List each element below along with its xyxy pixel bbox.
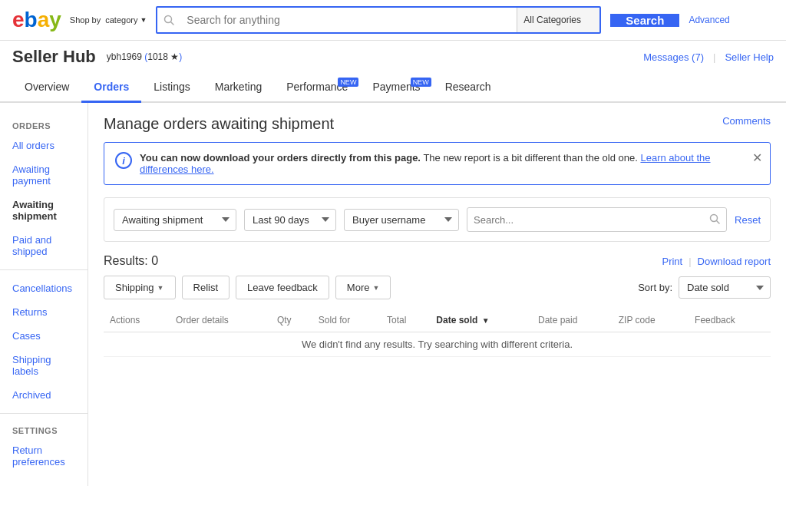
info-icon: i bbox=[115, 152, 132, 169]
nav-tabs: Overview Orders Listings Marketing Perfo… bbox=[0, 73, 786, 103]
messages-link[interactable]: Messages (7) bbox=[643, 51, 704, 63]
status-filter[interactable]: Awaiting shipmentAll ordersAwaiting paym… bbox=[114, 209, 236, 231]
seller-help-link[interactable]: Seller Help bbox=[725, 51, 774, 63]
advanced-link[interactable]: Advanced bbox=[689, 15, 729, 25]
col-order-details: Order details bbox=[170, 309, 271, 332]
sidebar-item-awaiting-shipment[interactable]: Awaiting shipment bbox=[0, 193, 88, 228]
search-input[interactable] bbox=[180, 8, 517, 32]
table-header-row: Actions Order details Qty Sold for Total… bbox=[104, 309, 771, 332]
col-qty: Qty bbox=[271, 309, 312, 332]
shipping-button[interactable]: Shipping ▼ bbox=[104, 276, 176, 299]
ebay-logo: e b a y bbox=[12, 9, 61, 31]
col-date-sold[interactable]: Date sold ▼ bbox=[430, 309, 532, 332]
settings-section-label: SETTINGS bbox=[0, 420, 88, 438]
info-close-icon[interactable]: ✕ bbox=[752, 150, 762, 165]
comments-link[interactable]: Comments bbox=[722, 115, 771, 127]
sidebar-item-cases[interactable]: Cases bbox=[0, 324, 88, 348]
tab-overview[interactable]: Overview bbox=[12, 73, 81, 103]
content-header: Manage orders awaiting shipment Comments bbox=[104, 115, 771, 133]
category-select[interactable]: All CategoriesElectronicsClothingBooksCo… bbox=[517, 8, 599, 32]
relist-button[interactable]: Relist bbox=[182, 276, 230, 299]
header: e b a y Shop by category ▼ All Categorie… bbox=[0, 0, 786, 41]
print-link[interactable]: Print bbox=[662, 256, 682, 267]
sidebar-item-awaiting-payment[interactable]: Awaiting payment bbox=[0, 157, 88, 193]
header-links: Messages (7) | Seller Help bbox=[643, 51, 774, 63]
filters-row: Awaiting shipmentAll ordersAwaiting paym… bbox=[104, 197, 771, 242]
no-results-row: We didn't find any results. Try searchin… bbox=[104, 332, 771, 357]
svg-line-1 bbox=[171, 22, 174, 25]
no-results-message: We didn't find any results. Try searchin… bbox=[104, 332, 771, 357]
search-bar: All CategoriesElectronicsClothingBooksCo… bbox=[156, 6, 601, 34]
logo-e: e bbox=[12, 9, 24, 31]
orders-section-label: ORDERS bbox=[0, 115, 88, 134]
tab-performance[interactable]: Performance NEW bbox=[274, 73, 360, 103]
info-banner: i You can now download your orders direc… bbox=[104, 142, 771, 185]
logo-a: a bbox=[38, 9, 49, 31]
sort-select[interactable]: Date soldTotalQty bbox=[679, 276, 771, 299]
tab-payments[interactable]: Payments NEW bbox=[360, 73, 432, 103]
page-title: Manage orders awaiting shipment bbox=[104, 115, 334, 133]
sidebar-item-return-preferences[interactable]: Return preferences bbox=[0, 438, 88, 474]
performance-badge: NEW bbox=[338, 78, 358, 87]
seller-username[interactable]: ybh1969 (1018 ★) bbox=[107, 51, 182, 62]
date-filter[interactable]: Last 90 daysLast 30 daysLast 7 daysCusto… bbox=[244, 209, 336, 231]
date-sold-sort-icon: ▼ bbox=[482, 316, 490, 325]
results-count: Results: 0 bbox=[104, 254, 158, 268]
filter-search-input[interactable] bbox=[474, 214, 709, 226]
seller-hub-title: Seller Hub bbox=[12, 47, 96, 67]
results-actions: Print | Download report bbox=[662, 256, 771, 267]
col-total: Total bbox=[381, 309, 430, 332]
more-button[interactable]: More ▼ bbox=[335, 276, 391, 299]
sidebar: ORDERS All orders Awaiting payment Await… bbox=[0, 103, 88, 486]
sidebar-item-archived[interactable]: Archived bbox=[0, 383, 88, 407]
sidebar-divider-2 bbox=[0, 413, 88, 414]
sidebar-item-all-orders[interactable]: All orders bbox=[0, 134, 88, 157]
tab-research[interactable]: Research bbox=[433, 73, 504, 103]
seller-star-icon: ★ bbox=[170, 51, 179, 62]
payments-badge: NEW bbox=[411, 78, 431, 87]
logo-b: b bbox=[25, 9, 37, 31]
svg-line-3 bbox=[717, 220, 720, 223]
content-area: Manage orders awaiting shipment Comments… bbox=[88, 103, 786, 486]
col-actions: Actions bbox=[104, 309, 170, 332]
sidebar-divider-1 bbox=[0, 269, 88, 270]
reset-button[interactable]: Reset bbox=[735, 214, 761, 226]
col-feedback: Feedback bbox=[689, 309, 771, 332]
orders-table: Actions Order details Qty Sold for Total… bbox=[104, 309, 771, 357]
results-bar: Results: 0 Print | Download report bbox=[104, 254, 771, 268]
sidebar-item-shipping-labels[interactable]: Shipping labels bbox=[0, 348, 88, 383]
sidebar-item-cancellations[interactable]: Cancellations bbox=[0, 276, 88, 300]
info-banner-text: You can now download your orders directl… bbox=[140, 152, 759, 175]
download-report-link[interactable]: Download report bbox=[698, 256, 771, 267]
shop-by-caret-icon: ▼ bbox=[140, 16, 147, 24]
sort-by: Sort by: Date soldTotalQty bbox=[638, 276, 771, 299]
col-sold-for: Sold for bbox=[312, 309, 381, 332]
main-layout: ORDERS All orders Awaiting payment Await… bbox=[0, 103, 786, 486]
header-divider: | bbox=[713, 51, 715, 63]
search-button[interactable]: Search bbox=[610, 14, 679, 27]
col-date-paid: Date paid bbox=[532, 309, 613, 332]
tab-listings[interactable]: Listings bbox=[141, 73, 202, 103]
logo-y: y bbox=[49, 9, 61, 31]
sidebar-item-returns[interactable]: Returns bbox=[0, 300, 88, 324]
shop-by-category[interactable]: Shop by category ▼ bbox=[70, 15, 147, 25]
tab-orders[interactable]: Orders bbox=[81, 73, 141, 103]
search-filter bbox=[467, 207, 727, 232]
buyer-filter[interactable]: Buyer usernameItem numberTransaction ID bbox=[344, 209, 459, 231]
filter-search-icon[interactable] bbox=[709, 213, 720, 226]
shipping-caret-icon: ▼ bbox=[157, 284, 164, 292]
more-caret-icon: ▼ bbox=[372, 284, 379, 292]
results-divider: | bbox=[689, 256, 691, 267]
col-zip: ZIP code bbox=[613, 309, 689, 332]
search-bar-icon bbox=[157, 8, 180, 32]
leave-feedback-button[interactable]: Leave feedback bbox=[236, 276, 329, 299]
seller-hub-bar: Seller Hub ybh1969 (1018 ★) Messages (7)… bbox=[0, 41, 786, 73]
tab-marketing[interactable]: Marketing bbox=[203, 73, 274, 103]
action-buttons-row: Shipping ▼ Relist Leave feedback More ▼ … bbox=[104, 276, 771, 299]
sidebar-item-paid-shipped[interactable]: Paid and shipped bbox=[0, 228, 88, 263]
